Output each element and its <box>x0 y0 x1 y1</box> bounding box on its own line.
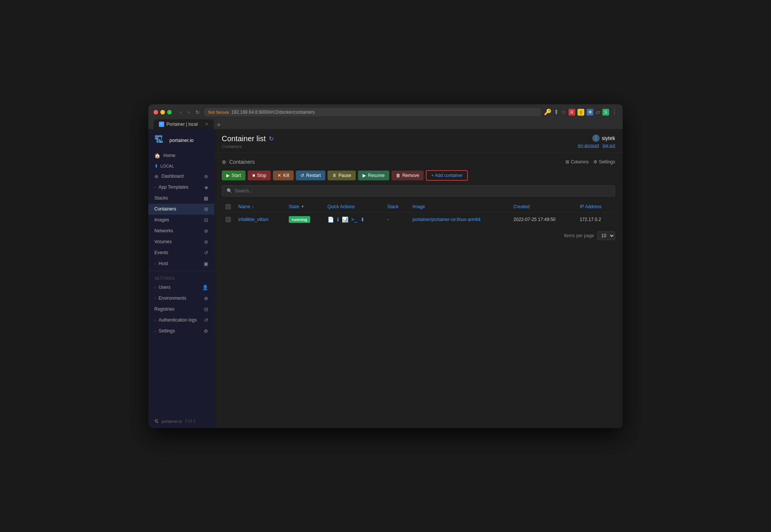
ext-icon-red[interactable]: R <box>568 109 575 116</box>
sidebar-item-host[interactable]: › Host ▣ <box>148 258 214 269</box>
remove-label: Remove <box>402 173 419 178</box>
search-bar[interactable]: 🔍 <box>222 185 615 197</box>
row-quick-actions: 📄 ℹ 📊 >_ ⬇ <box>324 212 384 226</box>
settings-icon: ⚙ <box>204 328 208 334</box>
active-tab[interactable]: P Portainer | local ✕ <box>154 119 214 129</box>
kill-button[interactable]: ✕ Kill <box>273 171 294 180</box>
row-created: 2022-07-25 17:49:50 <box>510 212 576 226</box>
pause-button[interactable]: ⏸ Pause <box>328 171 356 180</box>
th-image[interactable]: Image <box>409 201 510 213</box>
sidebar-toggle-icon[interactable]: ▱ <box>596 108 600 116</box>
sidebar-item-settings[interactable]: › Settings ⚙ <box>148 326 214 337</box>
qa-stats-icon[interactable]: 📊 <box>342 216 348 223</box>
row-checkbox[interactable] <box>226 217 231 222</box>
sidebar-item-stacks[interactable]: Stacks ▦ <box>148 193 214 204</box>
bookmark-icon[interactable]: ☆ <box>561 108 566 116</box>
url-text: 192.168.64.6:9000/#!/2/docker/containers <box>231 110 315 115</box>
sidebar-auth-logs-label: Authentication logs <box>158 317 197 323</box>
log-out-link[interactable]: log out <box>603 143 615 148</box>
start-button[interactable]: ▶ Start <box>222 171 245 180</box>
row-name: infallible_villani <box>235 212 285 226</box>
dashboard-right-icon: ⊛ <box>204 174 208 179</box>
state-filter-icon[interactable]: ▼ <box>301 204 305 209</box>
my-account-link[interactable]: my account <box>578 143 599 148</box>
th-ip-label: IP Address <box>580 204 602 209</box>
restart-button[interactable]: ↺ Restart <box>296 171 325 180</box>
share-icon[interactable]: ⬆ <box>554 108 559 116</box>
resume-button[interactable]: ▶ Resume <box>358 171 389 180</box>
containers-icon: ⊞ <box>204 206 208 212</box>
sidebar-item-volumes[interactable]: Volumes ⊚ <box>148 236 214 247</box>
action-toolbar: ▶ Start ■ Stop ✕ Kill ↺ Restart <box>222 170 615 181</box>
qa-attach-icon[interactable]: ⬇ <box>360 216 365 223</box>
sidebar-item-users[interactable]: › Users 👤 <box>148 282 214 293</box>
sidebar-item-dashboard[interactable]: ⊕ Dashboard ⊛ <box>148 171 214 182</box>
sidebar-item-auth-logs[interactable]: › Authentication logs ↺ <box>148 315 214 326</box>
th-state-label: State <box>289 204 299 209</box>
add-container-button[interactable]: + Add container <box>426 170 468 181</box>
tab-favicon: P <box>159 122 164 127</box>
tab-close-button[interactable]: ✕ <box>205 122 209 127</box>
qa-console-icon[interactable]: >_ <box>351 216 357 223</box>
sidebar-home-label: Home <box>163 153 175 158</box>
sidebar-item-registries[interactable]: Registries ⊟ <box>148 304 214 315</box>
th-state[interactable]: State ▼ <box>285 201 324 213</box>
sidebar-events-label: Events <box>154 250 168 255</box>
sidebar-dashboard-label: Dashboard <box>162 174 184 179</box>
app-templates-icon: ◈ <box>204 184 208 190</box>
sidebar-volumes-label: Volumes <box>154 239 172 244</box>
th-ip-address[interactable]: IP Address <box>576 201 615 213</box>
qa-logs-icon[interactable]: 📄 <box>328 216 334 223</box>
close-button[interactable] <box>154 110 158 114</box>
sidebar-host-label: Host <box>158 261 168 266</box>
th-name-label: Name <box>238 204 250 209</box>
table-row: infallible_villani running 📄 ℹ 📊 >_ ⬇ - … <box>222 212 615 226</box>
reload-button[interactable]: ↻ <box>194 108 201 116</box>
sidebar-item-home[interactable]: 🏠 Home <box>148 150 214 161</box>
page-title-text: Container list <box>222 134 266 143</box>
ext-icon-puzzle[interactable]: ⊕ <box>587 109 593 116</box>
forward-button[interactable]: › <box>186 108 191 116</box>
new-tab-button[interactable]: + <box>215 121 223 129</box>
refresh-icon[interactable]: ↻ <box>269 135 274 142</box>
qa-inspect-icon[interactable]: ℹ <box>337 216 339 223</box>
columns-button[interactable]: ⊞ Columns <box>565 159 588 165</box>
sidebar-item-events[interactable]: Events ↺ <box>148 247 214 258</box>
container-image-link[interactable]: portainer/portainer-ce:linux-arm64 <box>413 217 481 222</box>
ext-icon-yellow[interactable]: || <box>577 109 584 116</box>
key-icon[interactable]: 🔑 <box>544 108 552 116</box>
environments-chevron: › <box>154 296 155 300</box>
table-settings-button[interactable]: ⚙ Settings <box>593 159 615 165</box>
select-all-checkbox[interactable] <box>226 204 231 209</box>
security-warning: Not Secure <box>208 110 229 114</box>
sidebar-item-containers[interactable]: Containers ⊞ <box>148 204 214 215</box>
remove-button[interactable]: 🗑 Remove <box>392 171 424 180</box>
more-options-icon[interactable]: ⋮ <box>611 108 617 116</box>
footer-logo: 🏗 <box>154 419 158 424</box>
container-name-link[interactable]: infallible_villani <box>238 217 268 222</box>
per-page-select[interactable]: 10 <box>597 231 615 240</box>
remove-icon: 🗑 <box>396 173 401 178</box>
sidebar-item-app-templates[interactable]: › App Templates ◈ <box>148 182 214 193</box>
th-created[interactable]: Created <box>510 201 576 213</box>
stop-button[interactable]: ■ Stop <box>248 171 271 180</box>
browser-window: ‹ › ↻ Not Secure 192.168.64.6:9000/#!/2/… <box>148 104 623 428</box>
minimize-button[interactable] <box>160 110 165 114</box>
sidebar-settings-label: Settings <box>158 328 175 334</box>
sidebar-item-environments[interactable]: › Environments ⊕ <box>148 293 214 304</box>
table-header-row: Name ↕ State ▼ Quic <box>222 201 615 213</box>
user-ext-icon[interactable]: S <box>602 109 609 116</box>
row-state: running <box>285 212 324 226</box>
sidebar-item-images[interactable]: Images ⊟ <box>148 215 214 226</box>
logo-text: portainer.io <box>169 137 194 143</box>
search-input[interactable] <box>235 188 610 194</box>
sidebar-item-networks[interactable]: Networks ⊛ <box>148 226 214 236</box>
address-bar[interactable]: Not Secure 192.168.64.6:9000/#!/2/docker… <box>204 108 541 116</box>
th-stack[interactable]: Stack <box>384 201 409 213</box>
events-icon: ↺ <box>204 250 208 256</box>
back-button[interactable]: ‹ <box>178 108 183 116</box>
environments-icon: ⊕ <box>204 296 208 301</box>
th-name[interactable]: Name ↕ <box>235 201 285 213</box>
maximize-button[interactable] <box>167 110 172 114</box>
section-header: ⊛ Containers ⊞ Columns ⚙ Settings <box>222 159 615 165</box>
